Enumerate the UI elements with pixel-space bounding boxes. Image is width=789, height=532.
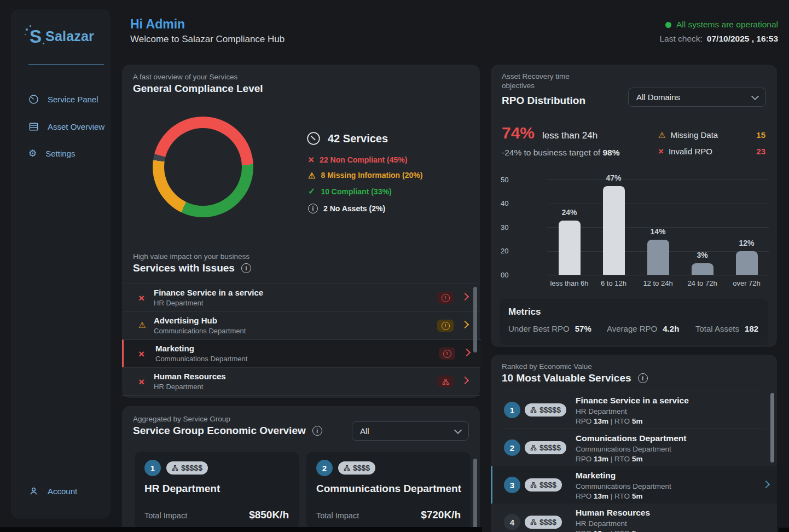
rpo-delta-text: to business target of (524, 148, 601, 157)
chevron-right-icon[interactable] (461, 377, 469, 384)
rpo-value: 13m (594, 529, 608, 532)
sidebar-item-account[interactable]: Account (28, 486, 77, 496)
issue-row-finance[interactable]: × Finance Service in a service HR Depart… (122, 284, 480, 312)
rpo-delta-value: -24% (502, 148, 521, 157)
separator: | (611, 529, 613, 532)
issue-name: Marketing (155, 344, 194, 353)
issue-row-human-resources[interactable]: × Human Resources HR Department (122, 367, 480, 396)
last-check-value: 07/10/2025 , 16:53 (707, 34, 778, 43)
legend-compliant: ✓ 10 Compliant (33%) (308, 187, 392, 196)
metric-label: Under Best RPO (508, 324, 570, 333)
rto-value: 5m (632, 492, 643, 500)
missing-data-value: 15 (756, 130, 765, 140)
rank-badge: 1 (144, 460, 161, 476)
issue-dept: Communications Department (154, 327, 246, 335)
sidebar-item-label: Service Panel (48, 95, 98, 104)
economic-filter-value: All (360, 426, 369, 436)
metrics-panel: Metrics Under Best RPO57% Average RPO4.2… (500, 299, 768, 345)
rpo-label: RPO (576, 455, 591, 463)
x-tick: 24 to 72h (680, 279, 724, 287)
service-name: Finance Service in a service (576, 396, 689, 406)
sidebar-item-label: Asset Overview (48, 122, 105, 131)
valuable-row-finance[interactable]: 1 $$$$$ Finance Service in a service HR … (491, 391, 777, 429)
economic-filter-select[interactable]: All (352, 421, 469, 441)
issue-row-marketing[interactable]: × Marketing Communications Department ! (122, 339, 481, 368)
money-value: $$$$$ (539, 443, 561, 452)
rank-badge: 2 (504, 440, 520, 456)
info-icon[interactable]: i (638, 373, 648, 383)
impact-value: $720K/h (421, 509, 461, 521)
sitemap-icon (530, 444, 537, 451)
info-icon[interactable]: i (241, 263, 251, 273)
last-check-label: Last check: (659, 34, 702, 43)
list-divider (122, 395, 480, 396)
impact-label: Total Impact (144, 511, 187, 520)
money-badge: $$$$ (338, 461, 375, 475)
sitemap-badge[interactable] (437, 375, 454, 388)
account-icon (28, 486, 39, 496)
sitemap-icon (530, 482, 537, 488)
sitemap-icon (442, 378, 449, 385)
impact-value: $850K/h (249, 509, 289, 521)
metric-average-rpo: Average RPO4.2h (607, 324, 679, 333)
economic-card-communications[interactable]: 2 $$$$ Communications Department Total I… (306, 452, 471, 529)
rank-badge: 1 (504, 402, 520, 418)
valuable-row-comunications[interactable]: 2 $$$$$ Comunications Department Communi… (491, 429, 777, 466)
status-dot-icon (665, 22, 671, 28)
alert-badge[interactable]: ! (437, 320, 454, 332)
chevron-right-icon[interactable] (461, 321, 469, 328)
asset-overview-icon (28, 122, 39, 132)
impact-row: Total Impact $720K/h (316, 509, 461, 521)
missing-data-label: Missing Data (670, 130, 718, 140)
chevron-right-icon[interactable] (762, 481, 770, 488)
valuable-row-marketing[interactable]: 3 $$$$ Marketing Communications Departme… (491, 466, 777, 504)
y-tick: 30 (501, 223, 521, 232)
sitemap-icon (530, 407, 537, 413)
alert-badge[interactable]: ! (439, 348, 455, 360)
issues-scrollbar[interactable] (473, 287, 477, 352)
issue-dept: HR Department (154, 299, 203, 307)
warning-icon: ⚠ (138, 321, 146, 329)
bar (692, 263, 713, 275)
rpo-headline: 74% less than 24h (502, 124, 597, 142)
metric-under-best-rpo: Under Best RPO57% (508, 324, 591, 333)
valuable-scrollbar[interactable] (770, 393, 774, 462)
legend-label: 10 Compliant (33%) (321, 187, 391, 196)
legend-label: 2 No Assets (2%) (323, 204, 385, 213)
services-total: 42 Services (306, 131, 388, 146)
sidebar-item-asset-overview[interactable]: Asset Overview (28, 122, 105, 132)
info-icon[interactable]: i (312, 426, 322, 436)
metric-value: 57% (575, 324, 591, 333)
sidebar: S Salazar Service Panel Asset Overview ⚙… (11, 9, 111, 519)
rpo-target-value: 98% (602, 148, 619, 157)
sidebar-item-settings[interactable]: ⚙ Settings (28, 149, 75, 158)
economic-card-hr[interactable]: 1 $$$$$ HR Department Total Impact $850K… (135, 452, 299, 529)
bottom-corner-edge (779, 528, 789, 532)
issues-title-row: Services with Issues i (133, 262, 251, 274)
economic-title-row: Service Group Economic Overview i (133, 425, 322, 437)
metric-label: Average RPO (607, 324, 657, 333)
missing-data-row: ⚠ Missing Data 15 (658, 130, 765, 140)
sitemap-icon (344, 465, 350, 471)
app-logo: S Salazar (30, 27, 94, 45)
chevron-right-icon[interactable] (461, 293, 469, 300)
gear-icon: ⚙ (28, 149, 37, 158)
service-panel-icon (28, 94, 39, 105)
valuable-row-human-resources[interactable]: 4 $$$$ Human Resources HR Department RPO… (491, 504, 777, 532)
legend-no-assets: i 2 No Assets (2%) (308, 204, 385, 213)
rto-value: 5m (632, 417, 643, 425)
alert-badge[interactable]: ! (437, 292, 454, 304)
issue-row-advertising[interactable]: ⚠ Advertising Hub Communications Departm… (122, 311, 480, 340)
economic-scrollbar[interactable] (473, 459, 477, 529)
chevron-right-icon[interactable] (463, 349, 471, 356)
group-name: HR Department (144, 483, 220, 495)
legend-missing-info: ⚠ 8 Missing Information (20%) (308, 171, 422, 180)
domain-filter-select[interactable]: All Domains (628, 88, 766, 107)
sidebar-item-service-panel[interactable]: Service Panel (28, 94, 98, 105)
alert-icon: ! (443, 350, 451, 358)
axis-baseline (547, 275, 769, 275)
x-tick: 12 to 24h (636, 279, 680, 287)
page-greeting: Hi Admin (130, 17, 185, 32)
issue-name: Finance Service in a service (154, 288, 263, 297)
y-tick: 00 (501, 271, 521, 279)
